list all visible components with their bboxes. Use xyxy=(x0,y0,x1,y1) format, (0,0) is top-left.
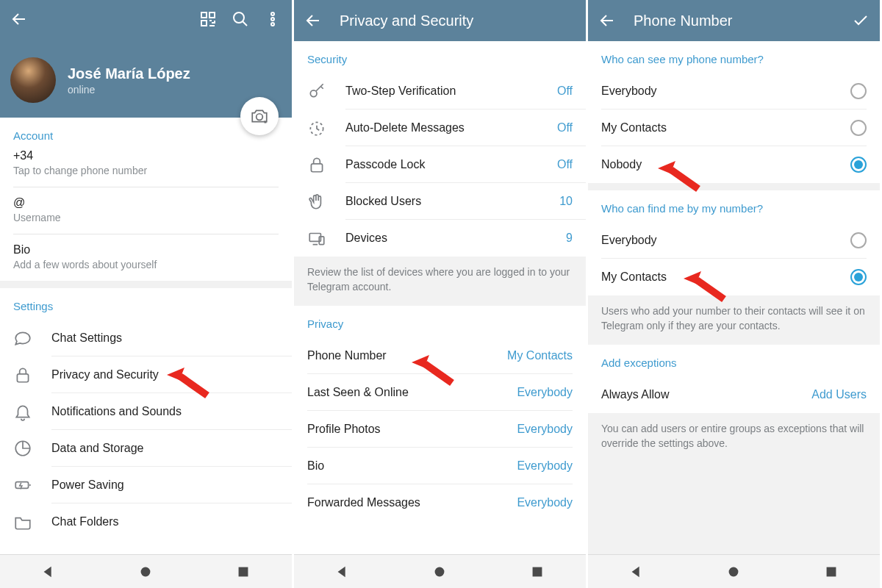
settings-folders[interactable]: Chat Folders xyxy=(0,503,292,540)
svg-rect-2 xyxy=(201,21,207,26)
screen2-header: Privacy and Security xyxy=(294,0,586,41)
q1-nobody[interactable]: Nobody xyxy=(588,146,880,183)
lock-icon xyxy=(307,155,326,174)
passcode-row[interactable]: Passcode Lock Off xyxy=(294,146,586,183)
settings-screen: José María López online Account +34 Tap … xyxy=(0,0,294,588)
svg-marker-21 xyxy=(338,566,345,577)
svg-marker-11 xyxy=(44,566,51,577)
more-icon[interactable] xyxy=(264,10,282,28)
profile-status: online xyxy=(68,84,190,96)
android-navbar xyxy=(294,554,586,588)
settings-chat[interactable]: Chat Settings xyxy=(0,320,292,356)
screen2-title: Privacy and Security xyxy=(340,12,576,29)
radio[interactable] xyxy=(850,232,867,248)
phone-number-row[interactable]: Phone Number My Contacts xyxy=(294,337,586,374)
exceptions-note: You can add users or entire groups as ex… xyxy=(588,413,880,554)
svg-rect-8 xyxy=(17,374,28,382)
back-icon[interactable] xyxy=(598,12,616,29)
devices-note: Review the list of devices where you are… xyxy=(294,257,586,306)
svg-rect-13 xyxy=(238,567,248,576)
blocked-users-row[interactable]: Blocked Users 10 xyxy=(294,183,586,220)
nav-home-icon[interactable] xyxy=(137,564,154,580)
privacy-header: Privacy xyxy=(294,306,586,337)
bio-row[interactable]: Bio Add a few words about yourself xyxy=(0,234,292,281)
radio[interactable] xyxy=(850,269,867,285)
nav-recent-icon[interactable] xyxy=(529,564,545,580)
screen3-title: Phone Number xyxy=(634,12,852,29)
nav-back-icon[interactable] xyxy=(628,564,645,580)
privacy-security-screen: Privacy and Security Security Two-Step V… xyxy=(294,0,588,588)
radio[interactable] xyxy=(850,157,867,173)
back-icon[interactable] xyxy=(10,10,28,28)
two-step-row[interactable]: Two-Step Verification Off xyxy=(294,73,586,110)
settings-data[interactable]: Data and Storage xyxy=(0,430,292,467)
folder-icon xyxy=(13,512,32,531)
svg-rect-10 xyxy=(15,482,28,489)
qr-icon[interactable] xyxy=(199,10,217,28)
svg-point-4 xyxy=(271,12,274,15)
nav-home-icon[interactable] xyxy=(725,564,742,580)
q1-everybody[interactable]: Everybody xyxy=(588,73,880,110)
nav-home-icon[interactable] xyxy=(431,564,448,580)
exceptions-header: Add exceptions xyxy=(588,345,880,376)
svg-rect-20 xyxy=(319,237,324,245)
last-seen-row[interactable]: Last Seen & Online Everybody xyxy=(294,374,586,411)
svg-point-12 xyxy=(141,567,151,576)
camera-button[interactable] xyxy=(240,97,279,135)
settings-notifications[interactable]: Notifications and Sounds xyxy=(0,393,292,430)
bio-privacy-row[interactable]: Bio Everybody xyxy=(294,448,586,484)
svg-marker-26 xyxy=(632,566,639,577)
phone-number-screen: Phone Number Who can see my phone number… xyxy=(588,0,882,588)
radio[interactable] xyxy=(850,120,867,136)
svg-point-3 xyxy=(234,12,244,23)
check-icon[interactable] xyxy=(852,12,870,29)
svg-rect-18 xyxy=(311,164,322,172)
q2-header: Who can find me by my number? xyxy=(588,190,880,222)
key-icon xyxy=(307,82,326,101)
svg-point-7 xyxy=(257,114,263,121)
q2-mycontacts[interactable]: My Contacts xyxy=(588,259,880,295)
devices-row[interactable]: Devices 9 xyxy=(294,220,586,257)
svg-rect-0 xyxy=(201,12,207,18)
svg-point-27 xyxy=(729,567,739,576)
security-header: Security xyxy=(294,41,586,73)
lock-icon xyxy=(13,365,32,384)
q2-everybody[interactable]: Everybody xyxy=(588,222,880,259)
nav-back-icon[interactable] xyxy=(334,564,351,580)
nav-back-icon[interactable] xyxy=(40,564,57,580)
avatar[interactable] xyxy=(10,57,56,103)
svg-point-6 xyxy=(271,23,274,26)
svg-rect-1 xyxy=(209,12,215,18)
svg-rect-28 xyxy=(826,567,836,576)
timer-icon xyxy=(307,118,326,137)
pie-icon xyxy=(13,439,32,458)
forwarded-row[interactable]: Forwarded Messages Everybody xyxy=(294,484,586,521)
android-navbar xyxy=(588,554,880,588)
radio[interactable] xyxy=(850,83,867,99)
q2-note: Users who add your number to their conta… xyxy=(588,295,880,345)
android-navbar xyxy=(0,554,292,588)
search-icon[interactable] xyxy=(232,10,249,28)
profile-header: José María López online xyxy=(0,0,292,118)
chat-icon xyxy=(13,329,32,348)
svg-point-5 xyxy=(271,18,274,21)
phone-row[interactable]: +34 Tap to change phone number xyxy=(0,149,292,187)
svg-point-22 xyxy=(435,567,445,576)
nav-recent-icon[interactable] xyxy=(235,564,251,580)
settings-header: Settings xyxy=(0,288,292,320)
back-icon[interactable] xyxy=(304,12,322,29)
settings-privacy[interactable]: Privacy and Security xyxy=(0,356,292,393)
nav-recent-icon[interactable] xyxy=(823,564,839,580)
settings-power[interactable]: Power Saving xyxy=(0,467,292,503)
auto-delete-row[interactable]: Auto-Delete Messages Off xyxy=(294,110,586,146)
screen3-header: Phone Number xyxy=(588,0,880,41)
profile-photos-row[interactable]: Profile Photos Everybody xyxy=(294,411,586,448)
username-row[interactable]: @ Username xyxy=(0,187,292,234)
battery-icon xyxy=(13,476,32,495)
q1-mycontacts[interactable]: My Contacts xyxy=(588,110,880,146)
hand-icon xyxy=(307,192,326,211)
always-allow-row[interactable]: Always Allow Add Users xyxy=(588,376,880,413)
svg-point-16 xyxy=(310,90,317,97)
svg-rect-23 xyxy=(532,567,542,576)
devices-icon xyxy=(307,229,326,248)
